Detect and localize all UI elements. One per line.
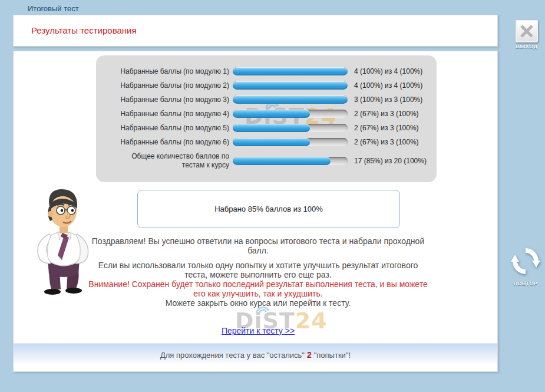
- attempts-suffix: "попытки"!: [314, 351, 351, 360]
- score-row-value: 17 (85%) из 20 (100%): [354, 157, 427, 165]
- score-row-value: 2 (67%) из 3 (100%): [354, 110, 419, 118]
- progress-bar-track: [233, 95, 348, 104]
- progress-bar-fill: [233, 124, 310, 132]
- score-row-label: Набранные баллы (по модулю 5): [96, 124, 229, 133]
- progress-bar-fill: [233, 67, 348, 75]
- progress-bar-track: [233, 157, 348, 165]
- score-row-label: Набранные баллы (по модулю 4): [96, 110, 229, 118]
- score-summary-text: Набрано 85% баллов из 100%: [214, 205, 323, 213]
- score-row-label: Набранные баллы (по модулю 3): [96, 95, 229, 104]
- score-row-value: 2 (67%) из 3 (100%): [354, 138, 419, 146]
- results-header-box: Результаты тестирования: [13, 15, 498, 47]
- score-row-label: Набранные баллы (по модулю 1): [96, 67, 229, 76]
- main-panel: DiST24 Набранные баллы (по модулю 1)4 (1…: [13, 51, 498, 372]
- score-rows: Набранные баллы (по модулю 1)4 (100%) из…: [96, 64, 437, 173]
- score-row-label: Набранные баллы (по модулю 6): [96, 138, 229, 147]
- score-row: Набранные баллы (по модулю 2)4 (100%) из…: [96, 78, 437, 93]
- progress-bar-fill: [233, 95, 348, 104]
- go-to-test-link[interactable]: Перейти к тесту >>: [222, 326, 295, 335]
- progress-bar-track: [233, 81, 348, 90]
- score-row: Общее количество баллов по тестам к курс…: [96, 149, 437, 173]
- close-info-text: Можете закрыть окно курса или перейти к …: [87, 298, 429, 308]
- progress-bar-track: [233, 124, 348, 132]
- repeat-button[interactable]: ПОВТОР: [507, 245, 544, 286]
- score-row: Набранные баллы (по модулю 5)2 (67%) из …: [96, 121, 437, 135]
- progress-bar-fill: [233, 138, 310, 146]
- attempts-prefix: Для прохождения теста у вас "остались": [160, 351, 305, 360]
- progress-bar-fill: [233, 110, 310, 118]
- attempts-text: Для прохождения теста у вас "остались"2"…: [160, 350, 351, 360]
- score-row-label: Набранные баллы (по модулю 2): [96, 81, 229, 90]
- repeat-button-label: ПОВТОР: [507, 281, 544, 286]
- score-row-value: 4 (100%) из 4 (100%): [354, 81, 422, 90]
- score-row: Набранные баллы (по модулю 3)3 (100%) из…: [96, 93, 437, 107]
- page-title: Результаты тестирования: [31, 25, 137, 35]
- congrats-text: Поздравляем! Вы успешно ответили на вопр…: [87, 236, 429, 255]
- scores-panel: DiST24 Набранные баллы (по модулю 1)4 (1…: [96, 55, 437, 182]
- exit-button[interactable]: ВЫХОД: [508, 20, 545, 50]
- score-row-label: Общее количество баллов по тестам к курс…: [96, 152, 229, 170]
- messages-block: Поздравляем! Вы успешно ответили на вопр…: [87, 236, 429, 335]
- progress-bar-fill: [233, 81, 348, 90]
- progress-bar-track: [233, 110, 348, 118]
- progress-bar-track: [233, 67, 348, 75]
- score-row: Набранные баллы (по модулю 4)2 (67%) из …: [96, 107, 437, 121]
- score-row-value: 2 (67%) из 3 (100%): [354, 124, 419, 132]
- progress-bar-track: [233, 138, 348, 146]
- repeat-arrows-icon[interactable]: [510, 245, 541, 277]
- exit-button-label: ВЫХОД: [508, 44, 545, 50]
- score-row-value: 4 (100%) из 4 (100%): [354, 67, 422, 75]
- score-row: Набранные баллы (по модулю 1)4 (100%) из…: [96, 64, 437, 78]
- retry-info-text: Если вы использовали только одну попытку…: [87, 261, 429, 279]
- warning-text: Внимание! Сохранен будет только последни…: [87, 279, 429, 298]
- progress-bar-fill: [233, 157, 331, 165]
- score-row: Набранные баллы (по модулю 6)2 (67%) из …: [96, 135, 437, 149]
- close-icon[interactable]: [516, 20, 538, 42]
- score-row-value: 3 (100%) из 3 (100%): [354, 95, 422, 104]
- attempts-count: 2: [307, 350, 312, 360]
- score-summary-box: Набрано 85% баллов из 100%: [137, 190, 400, 228]
- window-title: Итоговый тест: [28, 4, 79, 13]
- attempts-footer-bar: Для прохождения теста у вас "остались"2"…: [14, 343, 497, 371]
